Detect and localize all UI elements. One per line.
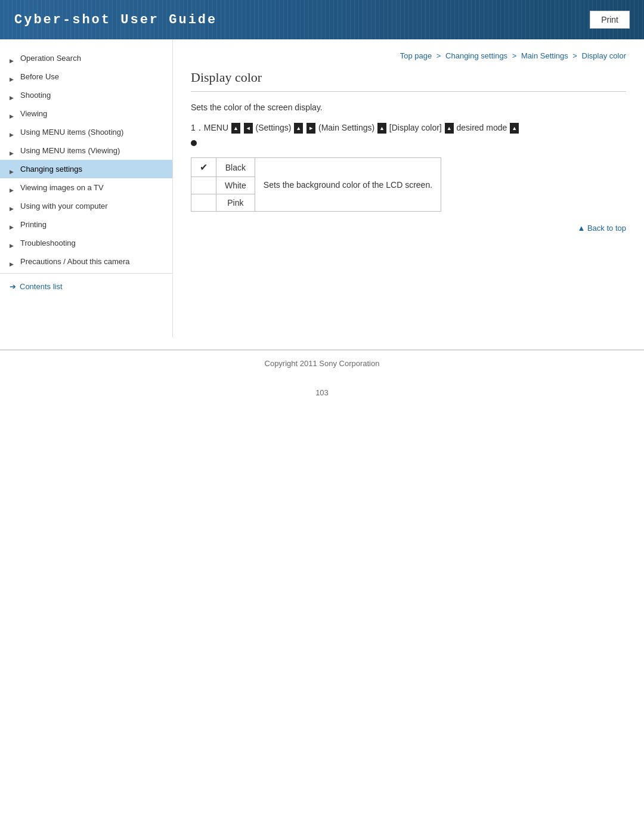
color-name-cell: Pink: [216, 194, 255, 212]
arrow-icon: [10, 240, 16, 246]
back-to-top-link[interactable]: Back to top: [191, 224, 626, 233]
btn-up-3: [377, 123, 386, 134]
arrow-icon: [10, 55, 16, 61]
instruction-prefix: 1．MENU: [191, 123, 228, 132]
btn-up-4: [445, 123, 454, 134]
page-title: Display color: [191, 70, 626, 92]
sidebar-divider: [0, 273, 172, 274]
arrow-icon: [10, 92, 16, 98]
check-mark-icon: ✔: [200, 162, 208, 172]
arrow-icon: [10, 74, 16, 80]
sidebar-item-label: Changing settings: [20, 165, 82, 174]
sidebar-item-viewing[interactable]: Viewing: [0, 104, 172, 123]
breadcrumb: Top page > Changing settings > Main Sett…: [191, 39, 626, 70]
arrow-icon: [10, 203, 16, 209]
instruction-display-color: [Display color]: [389, 123, 442, 132]
sidebar: Operation SearchBefore UseShootingViewin…: [0, 39, 173, 337]
content-description: Sets the color of the screen display.: [191, 103, 626, 112]
contents-list-link[interactable]: ➔ Contents list: [0, 276, 172, 297]
arrow-icon: [10, 129, 16, 135]
breadcrumb-sep-1: >: [436, 51, 443, 60]
sidebar-item-label: Viewing: [20, 109, 47, 118]
sidebar-item-changing-settings[interactable]: Changing settings: [0, 160, 172, 178]
instruction: 1．MENU (Settings) (Main Settings) [Displ…: [191, 120, 626, 150]
btn-left-1: [244, 123, 253, 134]
sidebar-item-precautions[interactable]: Precautions / About this camera: [0, 252, 172, 271]
arrow-icon: [10, 222, 16, 228]
sidebar-item-using-menu-shooting[interactable]: Using MENU items (Shooting): [0, 123, 172, 141]
sidebar-item-troubleshooting[interactable]: Troubleshooting: [0, 234, 172, 252]
check-cell: [191, 177, 216, 194]
breadcrumb-main-settings[interactable]: Main Settings: [521, 51, 568, 60]
arrow-icon: [10, 148, 16, 154]
sidebar-item-printing[interactable]: Printing: [0, 215, 172, 234]
table-row: ✔BlackSets the background color of the L…: [191, 158, 441, 177]
btn-up-2: [294, 123, 303, 134]
color-desc-cell: Sets the background color of the LCD scr…: [255, 158, 441, 212]
contents-arrow-icon: ➔: [10, 282, 16, 291]
arrow-icon: [10, 166, 16, 172]
color-name-cell: Black: [216, 158, 255, 177]
sidebar-item-before-use[interactable]: Before Use: [0, 67, 172, 86]
sidebar-item-shooting[interactable]: Shooting: [0, 86, 172, 104]
sidebar-item-label: Viewing images on a TV: [20, 183, 104, 192]
sidebar-item-viewing-images-tv[interactable]: Viewing images on a TV: [0, 178, 172, 197]
btn-right-1: [306, 123, 315, 134]
header: Cyber-shot User Guide Print: [0, 0, 644, 39]
arrow-icon: [10, 259, 16, 265]
breadcrumb-sep-2: >: [512, 51, 519, 60]
main-content: Top page > Changing settings > Main Sett…: [173, 39, 644, 233]
sidebar-item-label: Printing: [20, 220, 47, 229]
page-number: 103: [0, 376, 644, 409]
instruction-settings: (Settings): [256, 123, 292, 132]
sidebar-item-label: Before Use: [20, 72, 59, 81]
breadcrumb-sep-3: >: [572, 51, 579, 60]
sidebar-item-label: Troubleshooting: [20, 239, 76, 247]
check-cell: ✔: [191, 158, 216, 177]
sidebar-item-label: Precautions / About this camera: [20, 257, 130, 266]
print-button[interactable]: Print: [590, 11, 630, 29]
sidebar-item-label: Using MENU items (Shooting): [20, 128, 123, 137]
contents-list-label: Contents list: [20, 282, 63, 291]
instruction-desired-mode: desired mode: [456, 123, 507, 132]
arrow-icon: [10, 111, 16, 117]
check-cell: [191, 194, 216, 212]
sidebar-item-using-menu-viewing[interactable]: Using MENU items (Viewing): [0, 141, 172, 160]
color-name-cell: White: [216, 177, 255, 194]
site-title: Cyber-shot User Guide: [14, 13, 217, 27]
breadcrumb-changing-settings[interactable]: Changing settings: [445, 51, 507, 60]
breadcrumb-top-page[interactable]: Top page: [400, 51, 432, 60]
page-layout: Operation SearchBefore UseShootingViewin…: [0, 39, 644, 337]
sidebar-item-operation-search[interactable]: Operation Search: [0, 49, 172, 67]
btn-up-1: [231, 123, 240, 134]
arrow-icon: [10, 185, 16, 191]
sidebar-item-label: Using MENU items (Viewing): [20, 146, 120, 155]
bullet-icon: [191, 140, 197, 146]
instruction-main-settings: (Main Settings): [318, 123, 374, 132]
sidebar-item-label: Using with your computer: [20, 202, 108, 210]
btn-up-5: [510, 123, 519, 134]
color-table: ✔BlackSets the background color of the L…: [191, 157, 441, 212]
breadcrumb-display-color: Display color: [582, 51, 626, 60]
sidebar-item-label: Operation Search: [20, 54, 81, 63]
sidebar-item-label: Shooting: [20, 91, 51, 100]
sidebar-item-using-with-computer[interactable]: Using with your computer: [0, 197, 172, 215]
footer: Copyright 2011 Sony Corporation: [0, 350, 644, 376]
